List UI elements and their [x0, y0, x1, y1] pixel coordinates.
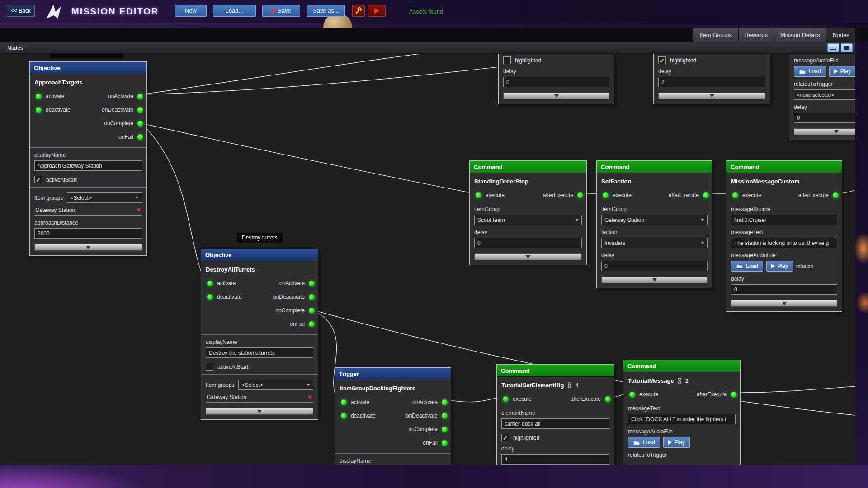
- load-audio-button[interactable]: Load: [794, 66, 826, 77]
- node-header[interactable]: Command: [497, 365, 614, 377]
- port-on-deactivate[interactable]: [308, 294, 315, 300]
- item-groups-select[interactable]: <Select>: [67, 192, 142, 203]
- approach-distance-input[interactable]: 2000: [34, 228, 142, 239]
- value-slider[interactable]: [658, 93, 765, 99]
- value-slider[interactable]: [731, 300, 837, 307]
- port-activate[interactable]: [35, 93, 42, 100]
- load-audio-button[interactable]: Load: [731, 261, 763, 272]
- highlighted-checkbox[interactable]: ✓: [501, 434, 509, 441]
- highlighted-checkbox[interactable]: [503, 56, 511, 64]
- node-objective-approach-targets[interactable]: Objective ApproachTargets activate onAct…: [29, 61, 147, 256]
- node-header[interactable]: Command: [726, 161, 842, 173]
- delay-input[interactable]: 4: [501, 454, 609, 465]
- message-text-input[interactable]: Click "DOCK ALL" to order the fighters t: [628, 414, 736, 424]
- node-header[interactable]: Objective: [201, 249, 318, 261]
- tab-item-groups[interactable]: Item Groups: [693, 28, 738, 42]
- value-slider[interactable]: [206, 408, 313, 415]
- port-after-execute[interactable]: [703, 192, 709, 199]
- load-button[interactable]: Load...: [213, 5, 256, 17]
- delay-input[interactable]: 0: [474, 238, 582, 248]
- port-on-activate[interactable]: [308, 280, 315, 287]
- play-audio-button[interactable]: Play: [766, 261, 793, 272]
- active-at-start-checkbox[interactable]: ✓: [34, 176, 42, 183]
- active-at-start-checkbox[interactable]: [206, 363, 213, 371]
- tools-button[interactable]: [352, 5, 365, 17]
- node-trigger-docking-fighters[interactable]: Trigger ItemGroupDockingFighters activat…: [335, 367, 451, 465]
- play-audio-button[interactable]: Play: [829, 66, 855, 77]
- faction-select[interactable]: Invaders: [601, 238, 708, 248]
- port-deactivate[interactable]: [340, 413, 347, 419]
- port-deactivate[interactable]: [35, 107, 42, 113]
- node-partial-top-b[interactable]: ✓ highlighted delay 2: [653, 54, 770, 104]
- port-execute[interactable]: [602, 192, 609, 199]
- value-slider[interactable]: [794, 128, 855, 135]
- node-partial-top-right[interactable]: messageAudioFile Load Play relatesToTrig…: [789, 54, 855, 140]
- back-button[interactable]: << Back: [7, 5, 35, 17]
- maximize-button[interactable]: [841, 43, 853, 52]
- port-on-complete[interactable]: [441, 426, 448, 433]
- port-after-execute[interactable]: [731, 391, 737, 398]
- port-on-activate[interactable]: [441, 399, 448, 406]
- delay-input[interactable]: 0: [731, 284, 837, 295]
- delay-input[interactable]: 2: [658, 77, 765, 87]
- port-execute[interactable]: [502, 396, 509, 403]
- node-header[interactable]: Objective: [30, 62, 146, 74]
- node-objective-destroy-all-turrets[interactable]: Objective DestroyAllTurrets activate onA…: [201, 249, 318, 420]
- port-deactivate[interactable]: [207, 294, 213, 300]
- port-execute[interactable]: [629, 391, 636, 398]
- display-name-input[interactable]: Destroy the station's turrets: [206, 347, 313, 358]
- port-on-fail[interactable]: [308, 321, 315, 328]
- delete-icon[interactable]: ✕: [136, 206, 141, 213]
- node-command-tutorial-set-element[interactable]: Command TutorialSetElementHig 4 execute …: [496, 364, 614, 465]
- value-slider[interactable]: [474, 253, 582, 260]
- port-after-execute[interactable]: [604, 396, 611, 403]
- node-canvas[interactable]: Destroy turrets Objective ApproachTarget…: [0, 54, 855, 465]
- relates-to-trigger-select[interactable]: <none selected>: [794, 89, 855, 100]
- port-activate[interactable]: [207, 280, 213, 287]
- message-text-input[interactable]: The station is locking onto us, they've …: [731, 238, 837, 248]
- node-header[interactable]: Command: [597, 161, 712, 173]
- node-header[interactable]: Command: [470, 161, 586, 173]
- tab-mission-details[interactable]: Mission Details: [774, 28, 826, 42]
- port-activate[interactable]: [340, 399, 347, 406]
- play-audio-button[interactable]: Play: [663, 437, 690, 448]
- port-on-complete[interactable]: [308, 307, 315, 314]
- item-group-select[interactable]: Scout team: [474, 215, 582, 225]
- value-slider[interactable]: [601, 277, 708, 283]
- port-execute[interactable]: [475, 192, 482, 199]
- display-name-input[interactable]: Approach Gateway Station: [34, 160, 142, 171]
- save-as-button[interactable]: Save as...: [307, 5, 345, 17]
- value-slider[interactable]: [34, 244, 142, 251]
- message-source-input[interactable]: find:0:Cruiser: [731, 215, 837, 225]
- item-group-select[interactable]: Gateway Station: [601, 215, 708, 225]
- element-name-input[interactable]: carrier-dock-all: [501, 418, 609, 429]
- delay-input[interactable]: 0: [503, 77, 609, 87]
- node-command-standing-order-stop[interactable]: Command StandingOrderStop execute afterE…: [469, 160, 587, 265]
- delay-input[interactable]: 0: [794, 113, 855, 123]
- port-on-deactivate[interactable]: [137, 107, 144, 113]
- tab-nodes[interactable]: Nodes: [826, 28, 855, 42]
- port-on-deactivate[interactable]: [441, 413, 448, 419]
- delay-input[interactable]: 0: [601, 261, 708, 271]
- minimize-button[interactable]: [827, 43, 839, 52]
- node-command-tutorial-message[interactable]: Command TutorialMessage 2 execute afterE…: [623, 360, 741, 465]
- port-after-execute[interactable]: [832, 192, 839, 199]
- node-partial-top-a[interactable]: highlighted delay 0: [498, 54, 614, 104]
- port-execute[interactable]: [732, 192, 739, 199]
- highlighted-checkbox[interactable]: ✓: [658, 56, 666, 64]
- save-button[interactable]: Save: [262, 5, 300, 17]
- load-audio-button[interactable]: Load: [628, 437, 660, 448]
- run-button[interactable]: [368, 5, 386, 17]
- port-after-execute[interactable]: [577, 192, 584, 199]
- item-groups-select[interactable]: <Select>: [238, 380, 313, 390]
- node-command-set-faction[interactable]: Command SetFaction execute afterExecute …: [596, 160, 712, 288]
- delete-icon[interactable]: ✕: [307, 394, 312, 400]
- tab-rewards[interactable]: Rewards: [739, 28, 774, 42]
- new-button[interactable]: New: [175, 5, 207, 17]
- port-on-fail[interactable]: [137, 134, 144, 141]
- port-on-complete[interactable]: [137, 120, 144, 127]
- node-header[interactable]: Trigger: [335, 368, 451, 380]
- port-on-fail[interactable]: [441, 440, 448, 446]
- node-header[interactable]: Command: [623, 360, 740, 372]
- port-on-activate[interactable]: [137, 93, 144, 100]
